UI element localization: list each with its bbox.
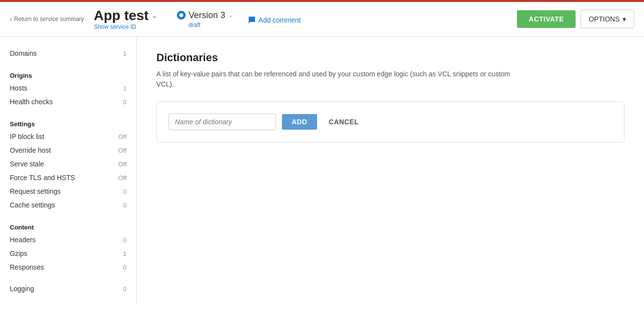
- header-actions: ACTIVATE OPTIONS ▾: [517, 10, 634, 28]
- layout: Domains 1 Origins Hosts 1 Health checks …: [0, 37, 644, 305]
- sidebar-section-domains: Domains 1: [0, 46, 136, 60]
- sidebar-headers-count: 0: [123, 236, 127, 244]
- version-status: draft: [189, 22, 233, 28]
- header: Return to service summary App test ⌄ Sho…: [0, 2, 644, 37]
- version-caret[interactable]: ⌄: [228, 12, 233, 19]
- sidebar-force-tls-label: Force TLS and HSTS: [10, 174, 75, 182]
- app-title-area: App test ⌄ Show service ID: [94, 8, 157, 30]
- version-row: Version 3 ⌄: [177, 10, 233, 21]
- add-comment-link[interactable]: Add comment: [248, 16, 301, 24]
- sidebar-item-domains[interactable]: Domains 1: [0, 46, 136, 60]
- sidebar-item-request-settings[interactable]: Request settings 0: [0, 184, 136, 198]
- sidebar-content-title: Content: [0, 220, 136, 233]
- sidebar-gzips-label: Gzips: [10, 250, 27, 257]
- sidebar-item-override-host[interactable]: Override host Off: [0, 143, 136, 157]
- sidebar-ip-block-list-label: IP block list: [10, 133, 44, 140]
- sidebar-serve-stale-label: Serve stale: [10, 160, 44, 168]
- sidebar-section-origins: Origins Hosts 1 Health checks 0: [0, 68, 136, 109]
- sidebar-request-settings-label: Request settings: [10, 187, 61, 195]
- sidebar-domains-count: 1: [123, 50, 127, 57]
- sidebar-item-hosts[interactable]: Hosts 1: [0, 81, 136, 95]
- svg-point-0: [179, 13, 183, 17]
- page-description: A list of key-value pairs that can be re…: [156, 69, 523, 90]
- sidebar-hosts-label: Hosts: [10, 84, 27, 92]
- sidebar-logging-label: Logging: [10, 285, 34, 293]
- sidebar-cache-settings-label: Cache settings: [10, 201, 55, 209]
- sidebar-responses-count: 0: [123, 264, 127, 271]
- version-label: Version 3: [189, 10, 225, 21]
- main-content: Dictionaries A list of key-value pairs t…: [137, 37, 644, 305]
- sidebar-request-settings-count: 0: [123, 188, 127, 195]
- sidebar-section-content: Content Headers 0 Gzips 1 Responses 0: [0, 220, 136, 274]
- sidebar-settings-title: Settings: [0, 116, 136, 130]
- show-service-id-link[interactable]: Show service ID: [94, 23, 157, 30]
- sidebar-gzips-count: 1: [123, 250, 127, 257]
- add-comment-label: Add comment: [258, 16, 301, 24]
- app-title-text: App test: [94, 8, 149, 23]
- dict-name-input[interactable]: [169, 114, 276, 130]
- add-button[interactable]: ADD: [282, 114, 317, 130]
- app-title-caret[interactable]: ⌄: [151, 12, 157, 20]
- dict-form: ADD CANCEL: [169, 114, 612, 130]
- options-button[interactable]: OPTIONS ▾: [580, 10, 634, 28]
- sidebar-ip-block-list-status: Off: [118, 133, 127, 140]
- app-title: App test ⌄: [94, 8, 157, 23]
- sidebar-item-logging[interactable]: Logging 0: [0, 282, 136, 296]
- sidebar-item-serve-stale[interactable]: Serve stale Off: [0, 157, 136, 171]
- sidebar-domains-label: Domains: [10, 49, 37, 57]
- options-label: OPTIONS: [589, 15, 620, 23]
- sidebar-serve-stale-status: Off: [118, 161, 127, 168]
- sidebar-health-checks-count: 0: [123, 98, 127, 106]
- dict-form-container: ADD CANCEL: [156, 101, 624, 142]
- sidebar-health-checks-label: Health checks: [10, 98, 53, 106]
- sidebar: Domains 1 Origins Hosts 1 Health checks …: [0, 37, 137, 305]
- sidebar-override-host-label: Override host: [10, 146, 51, 154]
- cancel-button[interactable]: CANCEL: [323, 114, 365, 130]
- options-chevron-icon: ▾: [623, 15, 626, 23]
- comment-icon: [248, 16, 256, 24]
- sidebar-hosts-count: 1: [123, 85, 127, 92]
- sidebar-cache-settings-count: 0: [123, 202, 127, 209]
- sidebar-section-settings: Settings IP block list Off Override host…: [0, 116, 136, 212]
- sidebar-origins-title: Origins: [0, 68, 136, 81]
- sidebar-headers-label: Headers: [10, 236, 36, 244]
- sidebar-override-host-status: Off: [118, 147, 127, 154]
- activate-button[interactable]: ACTIVATE: [517, 10, 576, 28]
- sidebar-item-health-checks[interactable]: Health checks 0: [0, 95, 136, 109]
- sidebar-item-gzips[interactable]: Gzips 1: [0, 247, 136, 260]
- back-link[interactable]: Return to service summary: [10, 15, 84, 23]
- sidebar-item-headers[interactable]: Headers 0: [0, 233, 136, 247]
- sidebar-logging-count: 0: [123, 285, 127, 293]
- sidebar-item-cache-settings[interactable]: Cache settings 0: [0, 198, 136, 212]
- page-title: Dictionaries: [156, 51, 624, 64]
- sidebar-item-ip-block-list[interactable]: IP block list Off: [0, 130, 136, 143]
- sidebar-item-responses[interactable]: Responses 0: [0, 260, 136, 274]
- sidebar-section-logging: Logging 0: [0, 282, 136, 296]
- sidebar-responses-label: Responses: [10, 263, 44, 271]
- version-icon: [177, 11, 186, 20]
- version-area: Version 3 ⌄ draft: [177, 10, 233, 28]
- sidebar-force-tls-status: Off: [118, 174, 127, 182]
- sidebar-item-force-tls[interactable]: Force TLS and HSTS Off: [0, 171, 136, 184]
